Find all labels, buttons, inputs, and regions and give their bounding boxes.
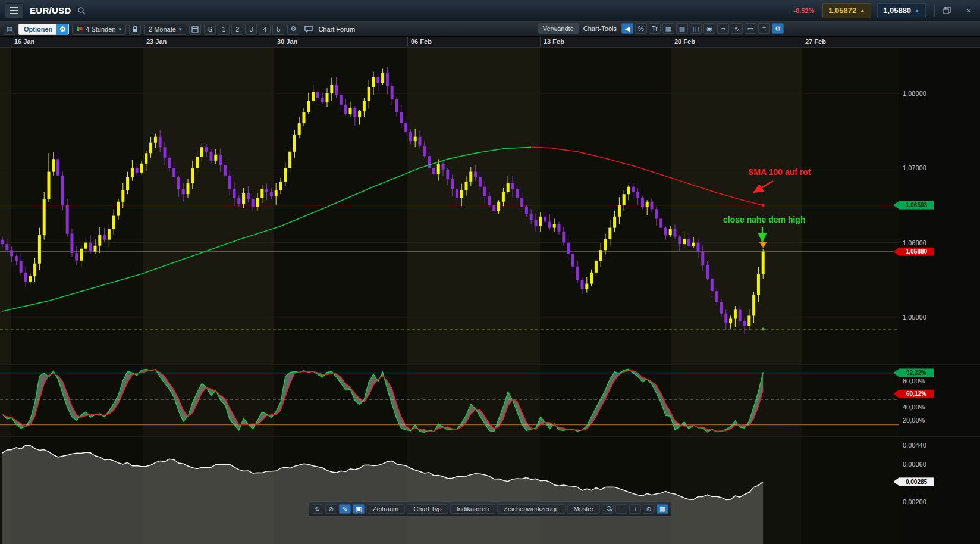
- svg-text:0,00285: 0,00285: [906, 479, 928, 485]
- chart-list-icon[interactable]: ▤: [4, 24, 15, 35]
- compare-icon[interactable]: ▥: [676, 23, 688, 34]
- palette-icon[interactable]: ⚙: [772, 23, 784, 34]
- date-tick: [407, 37, 408, 47]
- no-draw-icon[interactable]: ⊘: [325, 504, 337, 514]
- scale-button-s[interactable]: S: [204, 24, 216, 35]
- axis-tick-label: 0,00360: [903, 461, 926, 468]
- date-label: 30 Jan: [277, 38, 297, 45]
- bottom-button-zeitraum[interactable]: Zeitraum: [366, 504, 405, 514]
- sell-price: 1,05872: [828, 6, 856, 15]
- close-icon[interactable]: ×: [962, 4, 975, 17]
- axis-tick-label: 20,00%: [903, 417, 925, 424]
- header: EUR/USD -0.52% 1,05872 ▲ 1,05880 ▲ ×: [0, 0, 980, 21]
- atr-chart[interactable]: 0,004400,003600,002800,002000,00285: [0, 437, 980, 544]
- range-dropdown[interactable]: 2 Monate ▾: [144, 24, 186, 35]
- buy-price: 1,05880: [883, 6, 911, 15]
- bottom-button-muster[interactable]: Muster: [567, 504, 601, 514]
- svg-text:60,12%: 60,12%: [906, 390, 926, 397]
- candlestick-chart[interactable]: SMA 100 auf rotclose nahe dem high1,0800…: [0, 48, 980, 364]
- date-tick: [11, 37, 11, 47]
- overlay-icon[interactable]: ◫: [690, 23, 702, 34]
- layers-icon[interactable]: ≡: [758, 23, 770, 34]
- date-label: 20 Feb: [674, 38, 695, 45]
- date-label: 16 Jan: [14, 38, 34, 45]
- axis-tick-label: 0,00440: [903, 442, 926, 449]
- chart-forum-link[interactable]: Chart Forum: [316, 26, 357, 33]
- options-label: Optionen: [24, 26, 52, 33]
- scale-button-3[interactable]: 3: [245, 24, 257, 35]
- calendar-icon[interactable]: [189, 24, 201, 35]
- timeframe-label: 4 Stunden: [86, 26, 115, 33]
- bottom-toolbar: ↻⊘✎▣ZeitraumChart TypIndikatorenZeichenw…: [308, 501, 672, 517]
- date-tick: [802, 37, 802, 47]
- date-axis: 16 Jan23 Jan30 Jan06 Feb13 Feb20 Feb27 F…: [0, 37, 980, 48]
- zoom-out-icon[interactable]: −: [615, 504, 627, 514]
- axis-tick-label: 1,07000: [903, 164, 926, 171]
- refresh-icon[interactable]: ↻: [312, 504, 323, 514]
- trading-app: EUR/USD -0.52% 1,05872 ▲ 1,05880 ▲ × ▤ O…: [0, 0, 980, 544]
- date-label: 13 Feb: [544, 38, 564, 45]
- atr-panel[interactable]: 0,004400,003600,002800,002000,00285: [0, 437, 980, 544]
- axis-tick-label: 80,00%: [903, 377, 925, 384]
- axis-tick-label: 1,06000: [903, 239, 926, 246]
- search-icon[interactable]: [77, 7, 86, 15]
- stochastic-panel[interactable]: 80,00%60,00%40,00%20,00%92,32%60,12%: [0, 365, 980, 436]
- timeframe-dropdown[interactable]: 4 Stunden ▾: [72, 24, 126, 35]
- price-badge: 1,05880: [893, 248, 934, 256]
- buy-price-button[interactable]: 1,05880 ▲: [877, 3, 926, 18]
- bottom-button-indikatoren[interactable]: Indikatoren: [450, 504, 495, 514]
- chart-tools-label: Chart-Tools: [581, 25, 619, 32]
- axis-tick-label: 1,05000: [903, 314, 926, 321]
- chart-toolbar: ▤ Optionen ⚙ 4 Stunden ▾ 2 Monate ▾: [0, 21, 980, 37]
- pin-icon[interactable]: ◉: [703, 23, 715, 34]
- options-gear-icon[interactable]: ⚙: [56, 24, 68, 35]
- grid-icon[interactable]: ▦: [662, 23, 674, 34]
- chart-settings-icon[interactable]: ⚙: [287, 24, 299, 35]
- forum-bubble-icon[interactable]: [304, 26, 313, 33]
- change-percent: -0.52%: [793, 7, 814, 14]
- pulse-icon[interactable]: ∿: [731, 23, 743, 34]
- candle-icon: [77, 26, 83, 33]
- edit-icon[interactable]: ✎: [339, 504, 351, 514]
- date-tick: [143, 37, 143, 47]
- date-tick: [671, 37, 671, 47]
- scale-button-4[interactable]: 4: [259, 24, 271, 35]
- windows-icon[interactable]: ▱: [717, 23, 729, 34]
- restore-window-icon[interactable]: [943, 7, 956, 14]
- percent-icon[interactable]: %: [635, 23, 647, 34]
- stochastic-chart[interactable]: 80,00%60,00%40,00%20,00%92,32%60,12%: [0, 365, 980, 436]
- range-label: 2 Monate: [149, 26, 176, 33]
- sma-end-dot: [762, 204, 765, 207]
- chevron-down-icon: ▾: [179, 26, 182, 32]
- values-icon[interactable]: ▦: [657, 504, 668, 514]
- link-icon[interactable]: ▣: [353, 504, 365, 514]
- frame-icon[interactable]: ▭: [745, 23, 756, 34]
- date-label: 06 Feb: [411, 38, 432, 45]
- bottom-button-chart-typ[interactable]: Chart Typ: [407, 504, 448, 514]
- axis-tick-label: 40,00%: [903, 404, 925, 411]
- date-tick: [274, 37, 274, 47]
- related-label: Verwandte: [543, 25, 574, 32]
- price-badge: 0,00285: [893, 477, 934, 486]
- date-label: 23 Jan: [146, 38, 167, 45]
- font-icon[interactable]: Tr: [649, 23, 661, 34]
- zoom-in-icon[interactable]: +: [629, 504, 641, 514]
- options-button[interactable]: Optionen ⚙: [18, 24, 69, 35]
- bottom-button-zeichenwerkzeuge[interactable]: Zeichenwerkzeuge: [497, 504, 565, 514]
- lock-icon[interactable]: [129, 24, 141, 35]
- scale-button-2[interactable]: 2: [231, 24, 243, 35]
- pan-icon[interactable]: ⊕: [643, 504, 655, 514]
- annotation-close: close nahe dem high: [723, 215, 805, 224]
- scale-button-1[interactable]: 1: [218, 24, 230, 35]
- menu-icon[interactable]: [5, 3, 24, 18]
- back-icon[interactable]: ◀: [621, 23, 633, 34]
- chevron-down-icon: ▾: [118, 26, 121, 32]
- svg-text:1,05880: 1,05880: [906, 248, 928, 255]
- zoom-icon[interactable]: [602, 504, 614, 514]
- sell-arrow-icon: ▲: [859, 7, 865, 14]
- price-chart-panel[interactable]: SMA 100 auf rotclose nahe dem high1,0800…: [0, 48, 980, 364]
- sell-price-button[interactable]: 1,05872 ▲: [822, 3, 871, 18]
- annotation-sma: SMA 100 auf rot: [748, 167, 811, 177]
- scale-button-5[interactable]: 5: [272, 24, 284, 35]
- related-button[interactable]: Verwandte: [538, 23, 579, 34]
